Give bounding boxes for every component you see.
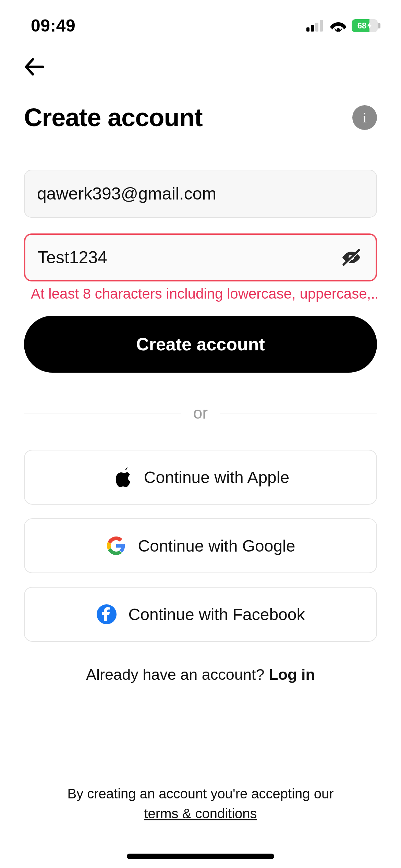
svg-rect-1: [311, 25, 314, 32]
status-bar: 09:49 68: [0, 0, 401, 41]
facebook-button-label: Continue with Facebook: [129, 605, 305, 624]
create-account-button[interactable]: Create account: [24, 316, 377, 373]
eye-off-icon: [340, 248, 362, 267]
info-button[interactable]: i: [352, 105, 377, 130]
apple-button-label: Continue with Apple: [144, 468, 289, 487]
divider: or: [24, 403, 377, 422]
status-time: 09:49: [31, 16, 75, 36]
cellular-signal-icon: [306, 20, 325, 32]
page-title: Create account: [24, 103, 203, 132]
wifi-icon: [330, 20, 347, 32]
battery-indicator: 68: [352, 19, 380, 32]
continue-with-facebook-button[interactable]: Continue with Facebook: [24, 587, 377, 642]
email-input[interactable]: [37, 184, 364, 204]
google-button-label: Continue with Google: [138, 537, 295, 555]
home-indicator[interactable]: [127, 854, 274, 859]
login-prompt: Already have an account? Log in: [24, 666, 377, 684]
login-link[interactable]: Log in: [269, 666, 315, 683]
password-field-container[interactable]: [24, 233, 377, 281]
arrow-left-icon: [24, 58, 44, 76]
terms-link[interactable]: terms & conditions: [144, 806, 257, 821]
login-prompt-text: Already have an account?: [86, 666, 269, 683]
divider-label: or: [193, 403, 208, 422]
facebook-icon: [96, 604, 117, 625]
password-error-text: At least 8 characters including lowercas…: [31, 286, 377, 302]
continue-with-google-button[interactable]: Continue with Google: [24, 518, 377, 573]
back-button[interactable]: [24, 55, 48, 79]
continue-with-apple-button[interactable]: Continue with Apple: [24, 450, 377, 505]
svg-point-4: [337, 28, 340, 32]
terms-footer: By creating an account you're accepting …: [0, 784, 401, 823]
terms-text: By creating an account you're accepting …: [0, 784, 401, 804]
divider-line: [220, 413, 377, 413]
apple-icon: [112, 467, 132, 487]
info-icon: i: [363, 109, 367, 126]
create-account-button-label: Create account: [136, 334, 265, 354]
svg-rect-0: [306, 27, 309, 32]
status-icons: 68: [306, 19, 380, 32]
charging-bolt-icon: [367, 22, 372, 29]
email-field-container[interactable]: [24, 170, 377, 218]
battery-percent: 68: [357, 21, 367, 31]
svg-rect-3: [320, 20, 323, 32]
svg-rect-2: [315, 23, 318, 32]
divider-line: [24, 413, 181, 413]
toggle-password-visibility-button[interactable]: [339, 245, 363, 269]
password-input[interactable]: [38, 248, 339, 267]
google-icon: [106, 535, 126, 556]
